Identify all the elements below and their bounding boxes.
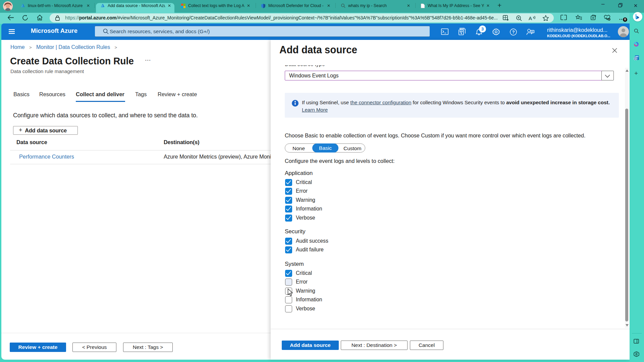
- svg-text:A: A: [529, 15, 532, 21]
- svg-text:?: ?: [512, 30, 515, 35]
